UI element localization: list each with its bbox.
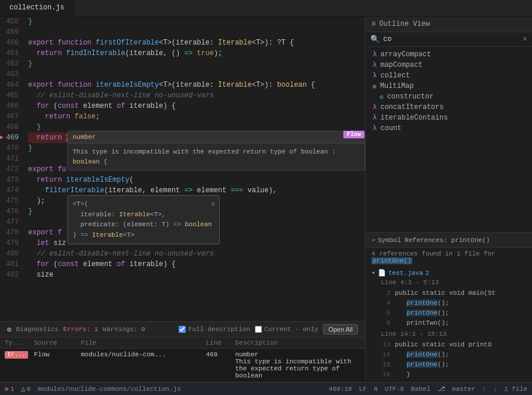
- code-line: // eslint-disable-next-line no-unused-va…: [28, 248, 360, 259]
- code-line: size: [28, 270, 360, 280]
- file-icon: 📄: [378, 269, 386, 277]
- tab-bar: collection.js: [0, 0, 532, 16]
- status-line-ending[interactable]: LF: [359, 386, 367, 393]
- diag-table-row[interactable]: Er... Flow modules/nuclide-com... 469 nu…: [0, 349, 365, 382]
- tab-collection-js[interactable]: collection.js: [0, 0, 74, 16]
- refs-range-1: Line 4:3 - 5:13: [371, 278, 526, 287]
- refs-code-block-1: 3 public static void main(St 4 printOne(…: [371, 287, 526, 329]
- diag-toolbar: Full description Current - only Open All: [179, 324, 358, 335]
- full-description-checkbox[interactable]: [179, 326, 186, 333]
- status-encoding[interactable]: UTF-8: [385, 386, 404, 393]
- outline-item-arrayCompact[interactable]: λ arrayCompact: [366, 49, 532, 60]
- full-description-checkbox-label[interactable]: Full description: [179, 326, 250, 333]
- lambda-icon: λ: [373, 103, 377, 111]
- refs-count: 4 references found in 1 file for printOn…: [366, 248, 532, 267]
- outline-item-MultiMap[interactable]: ⊙ MultiMap: [366, 81, 532, 91]
- diagnostics-panel: ⚙ Diagnostics Errors: 1 Warnings: 0 Full…: [0, 321, 365, 382]
- code-line: filterIterable(iterable, element => elem…: [28, 185, 360, 196]
- refs-function-name: printOne(): [371, 257, 412, 264]
- symbol-refs-header: ⇀ Symbol References: printOne(): [366, 233, 532, 248]
- flow-badge: Flow: [343, 131, 364, 138]
- lambda-icon: λ: [373, 124, 377, 132]
- refs-code-line: 3 public static void main(St: [381, 288, 517, 298]
- main-area: 458 459 460 461 462 463 464 465 466 467 …: [0, 16, 532, 382]
- diagnostics-title-icon: ⚙: [7, 325, 11, 334]
- refs-filename: test.java: [388, 270, 423, 277]
- type-popup-close-button[interactable]: ×: [211, 198, 216, 211]
- code-line: return findInIterable(iterable, () => tr…: [28, 48, 360, 59]
- outline-search-input[interactable]: [383, 35, 519, 43]
- expand-icon: ▾: [371, 269, 376, 277]
- diagnostics-header: ⚙ Diagnostics Errors: 1 Warnings: 0 Full…: [0, 322, 365, 338]
- status-warning-icon: △: [21, 385, 25, 393]
- code-line: for (const element of iterable) {: [28, 101, 360, 111]
- code-line: export function firstOfIterable<T>(itera…: [28, 38, 360, 48]
- refs-code-line: 6 printTwo();: [381, 318, 517, 328]
- code-line: }: [28, 16, 360, 27]
- current-file-checkbox-label[interactable]: Current - only: [255, 326, 318, 333]
- status-syntax[interactable]: Babel: [411, 386, 431, 393]
- code-line: return iterableIsEmpty(: [28, 175, 360, 185]
- refs-code-line: 5 printOne();: [381, 308, 517, 318]
- flow-error-tooltip: Flow number This type is incompatible wi…: [67, 131, 365, 171]
- status-filepath: modules/nuclide-commons/collection.js: [37, 386, 180, 393]
- status-errors[interactable]: ⊗ 1: [5, 385, 14, 393]
- refs-code-line: 4 printOne();: [381, 298, 517, 308]
- outline-items: λ arrayCompact λ mapCompact λ collect ⊙ …: [366, 47, 532, 232]
- code-line: }: [28, 59, 360, 69]
- code-line: for (const element of iterable) {: [28, 259, 360, 270]
- status-error-count: 1: [11, 386, 15, 393]
- status-language[interactable]: N: [374, 386, 378, 393]
- refs-file-group: ▾ 📄 test.java 2 Line 4:3 - 5:13 3 public…: [366, 267, 532, 382]
- status-error-icon: ⊗: [5, 385, 9, 393]
- outline-item-concatIterators[interactable]: λ concatIterators: [366, 102, 532, 113]
- symbol-refs-title: Symbol References: printOne(): [378, 237, 490, 244]
- outline-icon: ≡: [371, 20, 376, 28]
- refs-file-count: 2: [425, 270, 429, 277]
- current-file-checkbox[interactable]: [255, 326, 262, 333]
- status-right: 469:10 LF N UTF-8 Babel ⎇ master ↑ ↓ 1 f…: [329, 385, 527, 393]
- refs-code-line: 13 public static void printO: [381, 340, 517, 350]
- code-line: export function iterableIsEmpty<T>(itera…: [28, 80, 360, 90]
- lambda-icon: λ: [373, 50, 377, 59]
- status-position: 469:10: [329, 386, 352, 393]
- open-all-button[interactable]: Open All: [323, 324, 358, 335]
- outline-search-clear-button[interactable]: ×: [523, 35, 527, 44]
- line-numbers: 458 459 460 461 462 463 464 465 466 467 …: [0, 16, 23, 321]
- outline-item-mapCompact[interactable]: λ mapCompact: [366, 60, 532, 70]
- code-line: // eslint-disable-next-line no-unused-va…: [28, 90, 360, 101]
- error-count: Errors: 1: [63, 326, 98, 333]
- outline-item-iterableContains[interactable]: λ iterableContains: [366, 113, 532, 123]
- refs-code-line: 14 printOne();: [381, 350, 517, 360]
- git-icon: ⎇: [438, 385, 445, 393]
- outline-item-collect[interactable]: λ collect: [366, 70, 532, 81]
- outline-search: 🔍 ×: [366, 32, 532, 47]
- arrow-down-icon: ↓: [493, 386, 497, 393]
- diagnostics-title: Diagnostics: [16, 326, 59, 333]
- code-line: [28, 27, 360, 38]
- right-panel: ≡ Outline View 🔍 × λ arrayCompact λ mapC…: [365, 16, 532, 382]
- tooltip-type: number: [68, 131, 364, 144]
- status-file-count: 1 file: [504, 386, 527, 393]
- refs-file-header[interactable]: ▾ 📄 test.java 2: [371, 268, 526, 278]
- lambda-icon: λ: [373, 61, 377, 69]
- method-icon: ⊙: [380, 93, 384, 101]
- code-content: 458 459 460 461 462 463 464 465 466 467 …: [0, 16, 365, 321]
- outline-title: Outline View: [379, 20, 429, 28]
- outline-item-constructor[interactable]: ⊙ constructor: [366, 91, 532, 102]
- warning-count: Warnings: 0: [103, 326, 145, 333]
- status-branch[interactable]: master: [452, 386, 476, 393]
- outline-item-count[interactable]: λ count: [366, 123, 532, 134]
- type-hint-popup: × <T>( iterable: Iterable<T>, predicate:…: [67, 195, 220, 244]
- lambda-icon: λ: [373, 114, 377, 122]
- class-icon: ⊙: [373, 83, 377, 90]
- refs-code-block-2: 13 public static void printO 14 printOne…: [371, 339, 526, 381]
- code-line: return false;: [28, 111, 360, 122]
- status-warnings[interactable]: △ 0: [21, 385, 30, 393]
- tooltip-message: This type is incompatible with the expec…: [68, 144, 364, 170]
- symbol-refs-panel: ⇀ Symbol References: printOne() 4 refere…: [366, 232, 532, 382]
- diag-table-header: Ty... Source File Line Description: [0, 338, 365, 349]
- refs-range-2: Line 14:3 - 15:13: [371, 329, 526, 339]
- refs-icon: ⇀: [371, 236, 376, 244]
- status-warning-count: 0: [27, 386, 31, 393]
